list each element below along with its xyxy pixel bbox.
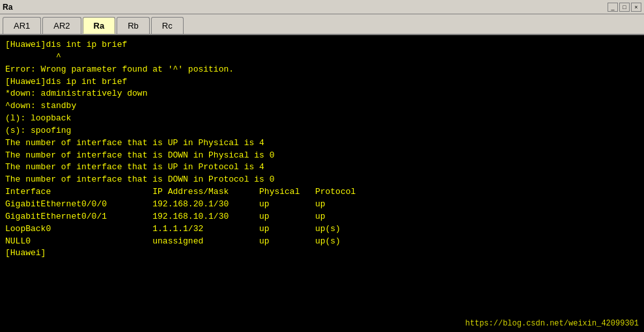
tab-rc[interactable]: Rc: [151, 17, 184, 34]
title-bar: Ra _ □ ×: [0, 0, 644, 14]
tab-bar: AR1AR2RaRbRc: [0, 14, 644, 35]
tab-rb[interactable]: Rb: [117, 17, 150, 34]
tab-ar2[interactable]: AR2: [42, 17, 81, 34]
terminal-line: [Huawei]dis int ip brief: [5, 39, 639, 51]
terminal-line: ^down: standby: [5, 100, 639, 113]
main-window: Ra _ □ × AR1AR2RaRbRc [Huawei]dis int ip…: [0, 0, 644, 332]
terminal-line: The number of interface that is UP in Pr…: [5, 161, 639, 174]
terminal-line: Interface IP Address/Mask Physical Proto…: [5, 186, 639, 199]
title-bar-text: Ra: [3, 3, 608, 12]
terminal-line: [Huawei]dis ip int brief: [5, 76, 639, 89]
terminal-line: NULL0 unassigned up up(s): [5, 236, 639, 248]
terminal-line: (s): spoofing: [5, 125, 639, 137]
terminal-output[interactable]: [Huawei]dis int ip brief ^Error: Wrong p…: [0, 35, 644, 332]
terminal-line: GigabitEthernet0/0/1 192.168.10.1/30 up …: [5, 211, 639, 223]
watermark: https://blog.csdn.net/weixin_42099301: [466, 319, 639, 328]
maximize-button[interactable]: □: [619, 3, 630, 12]
terminal-line: GigabitEthernet0/0/0 192.168.20.1/30 up …: [5, 199, 639, 211]
minimize-button[interactable]: _: [608, 3, 618, 12]
terminal-line: The number of interface that is DOWN in …: [5, 150, 639, 162]
terminal-line: (l): loopback: [5, 113, 639, 125]
terminal-line: [Huawei]: [5, 247, 639, 260]
terminal-line: The number of interface that is UP in Ph…: [5, 137, 639, 150]
terminal-line: The number of interface that is DOWN in …: [5, 174, 639, 186]
terminal-line: *down: administratively down: [5, 88, 639, 100]
terminal-line: Error: Wrong parameter found at '^' posi…: [5, 64, 639, 76]
title-bar-buttons: _ □ ×: [608, 3, 641, 12]
close-button[interactable]: ×: [631, 3, 641, 12]
terminal-line: LoopBack0 1.1.1.1/32 up up(s): [5, 223, 639, 236]
tab-ar1[interactable]: AR1: [3, 17, 41, 34]
tab-ra[interactable]: Ra: [83, 17, 116, 34]
terminal-line: ^: [5, 51, 639, 64]
